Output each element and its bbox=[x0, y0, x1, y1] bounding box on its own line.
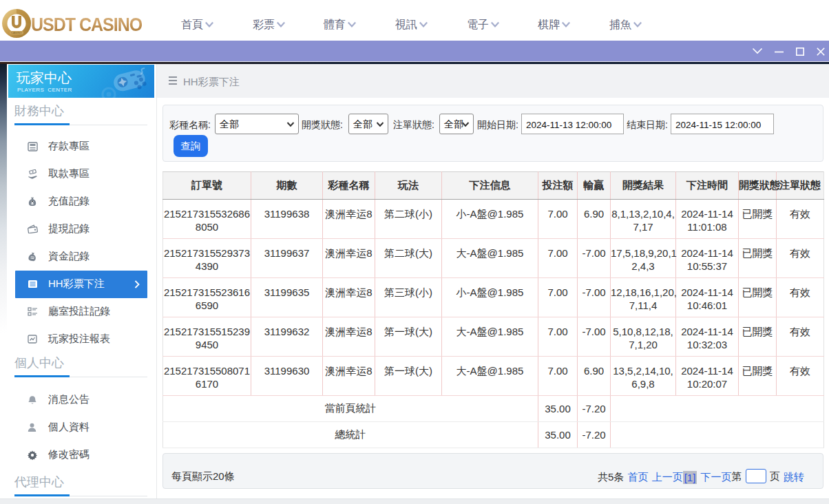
svg-text:CASINO: CASINO bbox=[11, 31, 23, 34]
